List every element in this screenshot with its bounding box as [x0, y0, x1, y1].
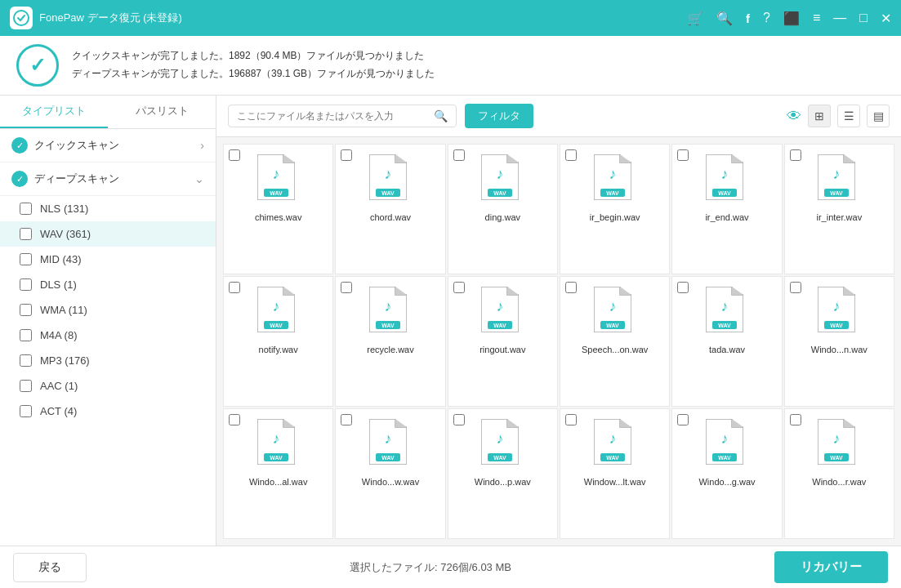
- file-checkbox-windo-p[interactable]: [453, 414, 465, 425]
- file-cell-notify[interactable]: ♪ WAV notify.wav: [223, 276, 333, 407]
- minimize-icon[interactable]: —: [833, 11, 846, 25]
- sidebar-item-wma[interactable]: WMA (11): [0, 297, 216, 323]
- sidebar-section-deep[interactable]: ✓ ディープスキャン ⌄: [0, 163, 216, 196]
- grid-view-icon[interactable]: ⊞: [808, 105, 831, 127]
- window-controls: 🛒 🔍 f ? ⬛ ≡ — □ ✕: [687, 11, 891, 26]
- svg-text:♪: ♪: [497, 166, 504, 182]
- search-icon[interactable]: 🔍: [716, 11, 733, 26]
- close-icon[interactable]: ✕: [881, 11, 891, 26]
- sidebar-item-wav[interactable]: WAV (361): [0, 221, 216, 247]
- file-checkbox-windo-r[interactable]: [790, 414, 801, 425]
- file-cell-ringout[interactable]: ♪ WAV ringout.wav: [448, 276, 558, 407]
- svg-text:♪: ♪: [384, 166, 391, 182]
- quick-scan-arrow: ›: [200, 139, 204, 152]
- file-name-tada: tada.wav: [709, 344, 745, 355]
- file-checkbox-windo-al[interactable]: [229, 414, 240, 425]
- checkbox-mp3[interactable]: [20, 354, 32, 367]
- svg-text:WAV: WAV: [718, 190, 731, 196]
- sidebar-list: NLS (131) WAV (361) MID (43) DLS (1) WMA…: [0, 196, 216, 546]
- file-cell-ir-begin[interactable]: ♪ WAV ir_begin.wav: [560, 144, 670, 274]
- file-cell-windo-w[interactable]: ♪ WAV Windo...w.wav: [335, 408, 445, 539]
- file-cell-windo-al[interactable]: ♪ WAV Windо...al.wav: [223, 408, 333, 539]
- file-checkbox-ringout[interactable]: [453, 282, 465, 293]
- cart-icon[interactable]: 🛒: [687, 11, 703, 26]
- svg-marker-72: [507, 419, 519, 427]
- preview-icon[interactable]: 👁: [787, 108, 801, 125]
- file-cell-tada[interactable]: ♪ WAV tada.wav: [671, 276, 782, 407]
- sidebar-item-mid[interactable]: MID (43): [0, 247, 216, 272]
- file-checkbox-windo-w[interactable]: [341, 414, 352, 425]
- file-checkbox-notify[interactable]: [229, 282, 240, 293]
- checkbox-wma[interactable]: [20, 304, 32, 316]
- sidebar-item-m4a[interactable]: M4A (8): [0, 323, 216, 348]
- svg-text:WAV: WAV: [718, 323, 731, 328]
- file-cell-ir-inter[interactable]: ♪ WAV ir_inter.wav: [784, 144, 894, 274]
- checkbox-nls[interactable]: [20, 203, 32, 215]
- checkbox-mid[interactable]: [20, 253, 32, 265]
- svg-text:WAV: WAV: [270, 190, 283, 196]
- file-checkbox-chord[interactable]: [341, 149, 352, 161]
- search-box[interactable]: 🔍: [228, 105, 457, 127]
- checkbox-wav[interactable]: [20, 228, 32, 240]
- file-checkbox-ir-inter[interactable]: [790, 149, 801, 161]
- maximize-icon[interactable]: □: [859, 11, 868, 25]
- file-cell-ir-end[interactable]: ♪ WAV ir_end.wav: [671, 144, 782, 274]
- file-cell-windo-n[interactable]: ♪ WAV Windo...n.wav: [784, 276, 894, 407]
- file-checkbox-windo-g[interactable]: [677, 414, 689, 425]
- sidebar-section-quick[interactable]: ✓ クイックスキャン ›: [0, 129, 216, 163]
- tab-type-list[interactable]: タイプリスト: [0, 96, 108, 128]
- svg-marker-7: [395, 154, 407, 163]
- svg-text:♪: ♪: [272, 166, 279, 182]
- sidebar-item-dls[interactable]: DLS (1): [0, 272, 216, 297]
- file-cell-chord[interactable]: ♪ WAV chord.wav: [335, 144, 445, 274]
- menu-icon[interactable]: ≡: [813, 11, 820, 25]
- file-icon-windo-al: ♪ WAV: [257, 419, 300, 470]
- file-cell-chimes[interactable]: ♪ WAV chimes.wav: [223, 144, 333, 274]
- checkbox-aac[interactable]: [20, 380, 32, 392]
- sidebar-item-aac[interactable]: AAC (1): [0, 373, 216, 399]
- checkbox-dls[interactable]: [20, 278, 32, 291]
- svg-text:WAV: WAV: [494, 323, 507, 328]
- file-cell-window-lt[interactable]: ♪ WAV Window...lt.wav: [560, 408, 670, 539]
- filter-button[interactable]: フィルタ: [465, 104, 533, 128]
- sidebar-item-nls[interactable]: NLS (131): [0, 196, 216, 221]
- sidebar-item-act[interactable]: ACT (4): [0, 399, 216, 424]
- file-icon-chord: ♪ WAV: [369, 154, 412, 205]
- file-cell-windo-g[interactable]: ♪ WAV Windo...g.wav: [671, 408, 782, 539]
- file-checkbox-ir-end[interactable]: [677, 149, 689, 161]
- recover-button[interactable]: リカバリー: [774, 551, 888, 583]
- facebook-icon[interactable]: f: [746, 11, 750, 25]
- svg-marker-12: [507, 154, 519, 163]
- settings-icon[interactable]: ⬛: [783, 11, 800, 26]
- checkbox-m4a[interactable]: [20, 329, 32, 341]
- svg-text:♪: ♪: [833, 298, 841, 314]
- file-cell-speech[interactable]: ♪ WAV Speech...on.wav: [560, 276, 670, 407]
- file-checkbox-window-lt[interactable]: [565, 414, 577, 425]
- file-checkbox-windo-n[interactable]: [790, 282, 801, 293]
- file-checkbox-tada[interactable]: [677, 282, 689, 293]
- file-icon-chimes: ♪ WAV: [257, 154, 300, 205]
- file-cell-windo-r[interactable]: ♪ WAV Windo...r.wav: [784, 408, 894, 539]
- file-checkbox-chimes[interactable]: [229, 149, 240, 161]
- file-checkbox-ding[interactable]: [453, 149, 465, 161]
- checkbox-act[interactable]: [20, 405, 32, 417]
- svg-text:WAV: WAV: [718, 455, 731, 461]
- help-icon[interactable]: ?: [763, 11, 770, 25]
- back-button[interactable]: 戻る: [13, 553, 87, 582]
- sidebar-item-mp3[interactable]: MP3 (176): [0, 348, 216, 373]
- list-view-icon[interactable]: ☰: [837, 105, 860, 127]
- file-icon-windo-n: ♪ WAV: [818, 287, 860, 337]
- file-cell-recycle[interactable]: ♪ WAV recycle.wav: [335, 276, 445, 407]
- file-icon-speech: ♪ WAV: [594, 287, 636, 337]
- file-cell-windo-p[interactable]: ♪ WAV Windo...p.wav: [448, 408, 558, 539]
- detail-view-icon[interactable]: ▤: [867, 105, 890, 127]
- file-checkbox-ir-begin[interactable]: [565, 149, 577, 161]
- quick-scan-icon: ✓: [11, 137, 28, 154]
- svg-text:WAV: WAV: [606, 190, 619, 196]
- svg-marker-27: [844, 154, 855, 163]
- file-checkbox-recycle[interactable]: [341, 282, 352, 293]
- tab-path-list[interactable]: パスリスト: [108, 96, 216, 128]
- search-input[interactable]: [237, 110, 430, 122]
- file-cell-ding[interactable]: ♪ WAV ding.wav: [448, 144, 558, 274]
- file-checkbox-speech[interactable]: [565, 282, 577, 293]
